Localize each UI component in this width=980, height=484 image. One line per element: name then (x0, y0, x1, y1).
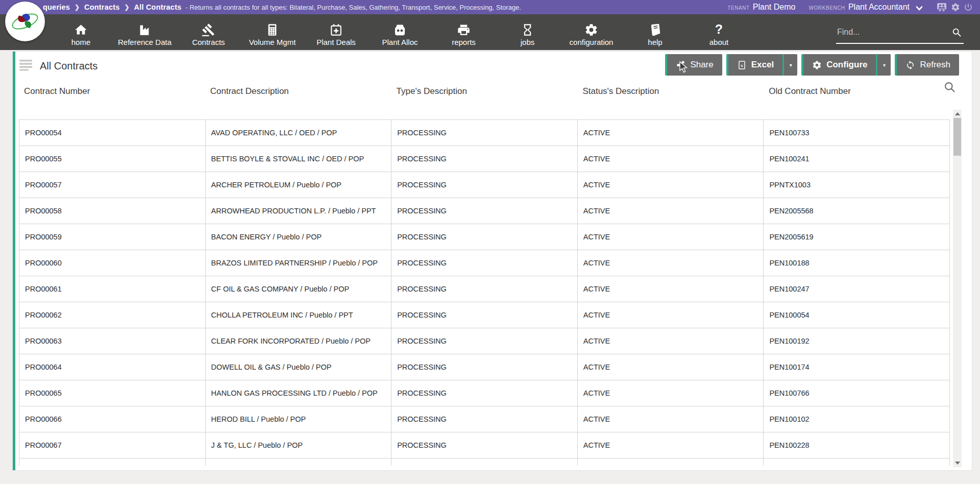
grid-cell: HANLON GAS PROCESSING LTD / Pueblo / POP (206, 380, 392, 406)
grid-cell: PROCESSING (391, 276, 578, 302)
grid-cell: PEN2005619 (764, 224, 950, 250)
workbench-selector[interactable]: WORKBENCH Plant Accountant (808, 3, 923, 12)
grid-header-row: Contract NumberContract DescriptionType'… (19, 80, 950, 103)
refresh-button[interactable]: Refresh (895, 54, 959, 76)
page-title: All Contracts (40, 60, 97, 72)
excel-button-group: x Excel ▾ (726, 54, 797, 76)
breadcrumb-separator: ❯ (75, 4, 80, 11)
calendar-plus-icon (329, 21, 343, 37)
column-header[interactable]: Old Contract Number (764, 86, 950, 96)
list-icon (19, 59, 33, 73)
question-icon: ? (715, 21, 723, 37)
table-row[interactable]: PRO00054AVAD OPERATING, LLC / OED / POPP… (19, 120, 950, 146)
grid-cell: PRO00055 (19, 146, 206, 172)
table-row[interactable]: PRO00067J & TG, LLC / Pueblo / POPPROCES… (19, 432, 950, 458)
calculator-icon (265, 21, 279, 37)
grid-cell: ACTIVE (578, 302, 764, 328)
panel-accent-bar (13, 52, 15, 470)
toolbar-buttons: Share x Excel ▾ Configure ▾ Refresh (665, 54, 959, 76)
grid-cell: ACTIVE (578, 172, 764, 198)
excel-dropdown-caret[interactable]: ▾ (782, 54, 797, 76)
grid-cell: BRAZOS LIMITED PARTNERSHIP / Pueblo / PO… (206, 250, 392, 276)
grid-cell: HEROD BILL / Pueblo / POP (206, 406, 392, 432)
configure-dropdown-caret[interactable]: ▾ (876, 54, 891, 76)
vertical-scrollbar[interactable] (953, 110, 962, 467)
column-header[interactable]: Contract Description (205, 86, 391, 96)
printer-icon (457, 21, 471, 37)
grid-cell: PROCESSING (391, 120, 578, 146)
scroll-down-arrow[interactable] (953, 459, 962, 467)
table-row[interactable]: PRO00060BRAZOS LIMITED PARTNERSHIP / Pue… (19, 250, 950, 276)
table-row[interactable]: PRO00064DOWELL OIL & GAS / Pueblo / POPP… (19, 354, 950, 380)
table-row[interactable]: PRO00065HANLON GAS PROCESSING LTD / Pueb… (19, 380, 950, 406)
tenant-info: TENANT Plant Demo (727, 3, 795, 12)
grid-cell: CF OIL & GAS COMPANY / Pueblo / POP (206, 276, 392, 302)
grid-cell: PEN100192 (764, 328, 950, 354)
grid-cell: PEN100228 (764, 432, 950, 458)
nav-item-plant-alloc[interactable]: Plant Alloc (368, 14, 432, 50)
breadcrumb-contracts[interactable]: Contracts (84, 3, 119, 11)
svg-text:x: x (741, 62, 743, 67)
grid-cell: DOWELL OIL & GAS / Pueblo / POP (206, 354, 392, 380)
nav-item-volume-mgmt[interactable]: Volume Mgmt (240, 14, 304, 50)
nav-item-jobs[interactable]: jobs (496, 14, 559, 50)
grid-cell: PROCESSING (391, 432, 578, 458)
nav-item-configuration[interactable]: configuration (559, 14, 623, 50)
gear-icon[interactable] (951, 3, 960, 12)
grid-cell: PRO00063 (19, 328, 206, 354)
tenant-label: TENANT (727, 5, 750, 11)
grid-cell: PROCESSING (391, 406, 578, 432)
grid-cell: PEN100102 (764, 406, 950, 432)
search-icon[interactable] (951, 27, 963, 40)
table-row[interactable]: PRO00058ARROWHEAD PRODUCTION L.P. / Pueb… (19, 198, 950, 224)
breadcrumb-all-contracts[interactable]: All Contracts (134, 3, 182, 11)
content-panel: All Contracts Share x Excel ▾ Configure (12, 51, 972, 471)
grid-cell: PRO00061 (19, 276, 206, 302)
nav-item-plant-deals[interactable]: Plant Deals (304, 14, 368, 50)
table-row[interactable]: PRO00055BETTIS BOYLE & STOVALL INC / OED… (19, 146, 950, 172)
scrollbar-thumb[interactable] (953, 118, 961, 156)
nav-item-help[interactable]: help (623, 14, 687, 50)
find-input[interactable] (836, 23, 941, 41)
grid-cell: PROCESSING (391, 198, 578, 224)
grid-cell: ARROWHEAD PRODUCTION L.P. / Pueblo / PPT (206, 198, 392, 224)
grid-body: PRO00054AVAD OPERATING, LLC / OED / POPP… (19, 119, 950, 466)
table-row[interactable]: PRO00063CLEAR FORK INCORPORATED / Pueblo… (19, 328, 950, 354)
column-header[interactable]: Type's Description (391, 86, 578, 96)
table-row[interactable]: PRO00061CF OIL & GAS COMPANY / Pueblo / … (19, 276, 950, 302)
nav-item-reference-data[interactable]: Reference Data (113, 14, 177, 50)
nav-item-contracts[interactable]: Contracts (177, 14, 240, 50)
grid-cell: PROCESSING (391, 146, 578, 172)
nav-item-reports[interactable]: reports (432, 14, 496, 50)
column-header[interactable]: Contract Number (19, 86, 205, 96)
grid-cell: ACTIVE (578, 406, 764, 432)
table-row[interactable]: PRO00059BACON ENERGY / Pueblo / POPPROCE… (19, 224, 950, 250)
grid-cell: ACTIVE (578, 432, 764, 458)
grid-cell: CLEAR FORK INCORPORATED / Pueblo / POP (206, 328, 392, 354)
grid-cell: ACTIVE (578, 354, 764, 380)
nav-item-about[interactable]: ? about (687, 14, 751, 50)
plant-vessel-icon (393, 21, 407, 37)
grid-cell: PROCESSING (391, 302, 578, 328)
share-button[interactable]: Share (665, 54, 722, 76)
grid-cell (764, 458, 950, 466)
grid-cell: ACTIVE (578, 146, 764, 172)
table-row[interactable]: PRO00057ARCHER PETROLEUM / Pueblo / POPP… (19, 172, 950, 198)
grid-cell: J & TG, LLC / Pueblo / POP (206, 432, 392, 458)
power-icon[interactable] (964, 3, 973, 12)
table-row[interactable]: PRO00062CHOLLA PETROLEUM INC / Pueblo / … (19, 302, 950, 328)
configure-button[interactable]: Configure (801, 54, 876, 76)
find-box (836, 23, 964, 44)
screen-users-icon[interactable] (936, 3, 947, 12)
table-row-partial (19, 458, 950, 466)
app-logo[interactable] (5, 2, 45, 41)
nav-item-home[interactable]: home (49, 14, 113, 50)
excel-button[interactable]: x Excel (726, 54, 782, 76)
table-row[interactable]: PRO00066HEROD BILL / Pueblo / POPPROCESS… (19, 406, 950, 432)
grid-cell (391, 458, 578, 466)
gavel-icon (202, 21, 215, 37)
grid-cell: PROCESSING (391, 328, 578, 354)
column-header[interactable]: Status's Description (577, 86, 764, 96)
breadcrumb-queries[interactable]: queries (43, 3, 70, 11)
scroll-up-arrow[interactable] (953, 110, 962, 118)
